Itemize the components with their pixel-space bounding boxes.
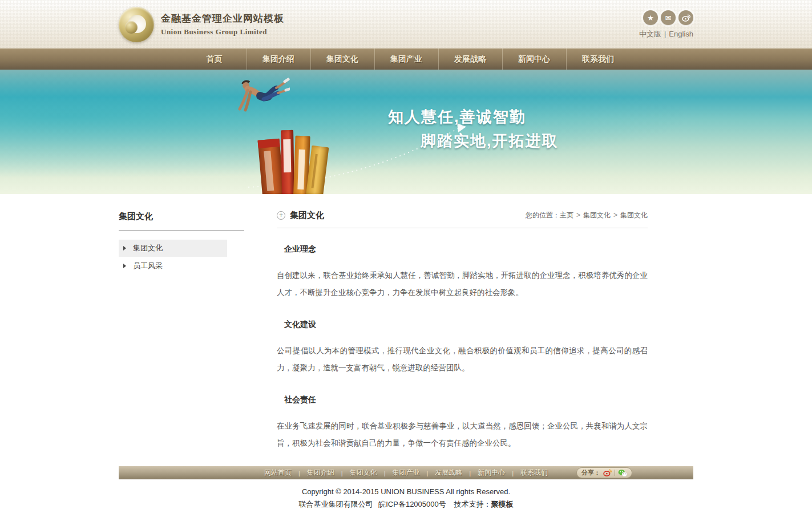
logo-ring-icon <box>119 7 154 42</box>
sidebar-title: 集团文化 <box>119 210 244 231</box>
slogan-line-1: 知人慧任,善诚智勤 <box>388 105 559 129</box>
tech-support-label: 技术支持： <box>454 500 491 508</box>
logo-text: 金融基金管理企业网站模板 Union Business Group Limite… <box>161 12 284 37</box>
footer-separator: | <box>384 470 386 476</box>
footer-separator: | <box>512 470 514 476</box>
section-body-social-responsibility: 在业务飞速发展的同时，联合基业积极参与慈善事业，以大道当然，感恩回馈；企业公民，… <box>277 418 648 452</box>
section-body-philosophy: 自创建以来，联合基业始终秉承知人慧任，善诚智勤，脚踏实地，开拓进取的企业理念，积… <box>277 267 648 301</box>
footer-link-strategy[interactable]: 发展战略 <box>435 468 462 478</box>
book-spine <box>281 130 294 194</box>
site-subtitle: Union Business Group Limited <box>161 27 284 37</box>
section-heading-philosophy: 企业理念 <box>284 244 648 255</box>
nav-item-group-culture[interactable]: 集团文化 <box>310 49 374 70</box>
sidebar-item-label: 集团文化 <box>133 243 163 253</box>
copyright-line-en: Copyright © 2014-2015 UNION BUSINESS All… <box>119 487 693 496</box>
triangle-bullet-icon <box>123 246 126 251</box>
nav-item-group-industry[interactable]: 集团产业 <box>374 49 438 70</box>
breadcrumb-home-link[interactable]: 主页 <box>560 211 573 219</box>
mail-icon[interactable]: ✉ <box>661 10 676 25</box>
footer-link-group-industry[interactable]: 集团产业 <box>393 468 420 478</box>
diver-figure <box>231 73 290 126</box>
icp-number: 皖ICP备12005000号 <box>378 500 446 508</box>
sidebar-item-label: 员工风采 <box>133 261 163 271</box>
company-name: 联合基业集团有限公司 <box>299 500 373 508</box>
favorite-glyph: ★ <box>647 14 654 22</box>
sidebar-item-staff-style[interactable]: 员工风采 <box>119 257 227 274</box>
breadcrumb-prefix: 您的位置： <box>526 211 560 219</box>
banner-slogan: 知人慧任,善诚智勤 脚踏实地,开拓进取 <box>388 105 559 153</box>
footer-link-group-intro[interactable]: 集团介绍 <box>307 468 334 478</box>
tech-support-link[interactable]: 聚模板 <box>491 500 513 508</box>
plus-icon: + <box>277 211 285 220</box>
footer-bar: 网站首页| 集团介绍| 集团文化| 集团产业| 发展战略| 新闻中心| 联系我们… <box>119 466 693 479</box>
section-heading-social-responsibility: 社会责任 <box>284 395 648 405</box>
main-column: + 集团文化 您的位置：主页>集团文化>集团文化 企业理念 自创建以来，联合基业… <box>277 210 648 466</box>
section-heading-culture-building: 文化建设 <box>284 320 648 330</box>
weibo-icon[interactable] <box>678 10 693 25</box>
breadcrumb-current: 集团文化 <box>620 211 648 219</box>
section-body-culture-building: 公司提倡以人为本的管理模式，推行现代企业文化，融合积极的价值观和员工的信仰追求，… <box>277 342 648 377</box>
content-area: 集团文化 集团文化 员工风采 + 集团文化 您的位置：主页>集团文化>集团文化 … <box>119 194 693 466</box>
breadcrumb-separator: > <box>576 211 580 219</box>
footer-link-home[interactable]: 网站首页 <box>264 468 292 478</box>
favorite-icon[interactable]: ★ <box>643 10 658 25</box>
footer-link-contact[interactable]: 联系我们 <box>520 468 548 478</box>
main-nav: 首页 集团介绍 集团文化 集团产业 发展战略 新闻中心 联系我们 <box>0 49 812 70</box>
nav-item-contact[interactable]: 联系我们 <box>566 49 630 70</box>
share-label: 分享： <box>581 468 600 477</box>
header-right: ★ ✉ 中文版|English <box>639 9 693 39</box>
lang-en-link[interactable]: English <box>669 30 693 38</box>
nav-item-news[interactable]: 新闻中心 <box>502 49 566 70</box>
copyright: Copyright © 2014-2015 UNION BUSINESS All… <box>119 479 693 510</box>
site-header: 金融基金管理企业网站模板 Union Business Group Limite… <box>0 0 812 49</box>
footer-link-news[interactable]: 新闻中心 <box>478 468 505 478</box>
breadcrumb-separator: > <box>613 211 617 219</box>
lang-separator: | <box>664 30 666 38</box>
mail-glyph: ✉ <box>665 14 672 22</box>
book-spine <box>258 139 284 194</box>
language-switch: 中文版|English <box>639 29 693 39</box>
breadcrumb-culture-link[interactable]: 集团文化 <box>583 211 611 219</box>
weibo-glyph <box>682 14 690 22</box>
share-widget: 分享： <box>576 467 632 478</box>
footer-separator: | <box>341 470 343 476</box>
nav-item-group-intro[interactable]: 集团介绍 <box>247 49 310 70</box>
site-title: 金融基金管理企业网站模板 <box>161 12 284 25</box>
share-divider <box>615 470 615 476</box>
sidebar-item-group-culture[interactable]: 集团文化 <box>119 240 227 257</box>
quick-icons: ★ ✉ <box>643 10 693 25</box>
triangle-bullet-icon <box>123 264 126 268</box>
hero-banner: 知人慧任,善诚智勤 脚踏实地,开拓进取 <box>0 70 812 194</box>
weibo-share-icon[interactable] <box>603 469 612 476</box>
footer-links: 网站首页| 集团介绍| 集团文化| 集团产业| 发展战略| 新闻中心| 联系我们 <box>264 468 548 478</box>
nav-item-strategy[interactable]: 发展战略 <box>438 49 502 70</box>
footer-separator: | <box>469 470 471 476</box>
sidebar: 集团文化 集团文化 员工风采 <box>119 210 244 466</box>
nav-item-home[interactable]: 首页 <box>183 49 247 70</box>
footer-separator: | <box>427 470 429 476</box>
lang-cn-link[interactable]: 中文版 <box>639 30 661 38</box>
wechat-share-icon[interactable] <box>618 469 627 477</box>
sidebar-menu: 集团文化 员工风采 <box>119 240 244 274</box>
slogan-line-2: 脚踏实地,开拓进取 <box>421 129 559 153</box>
breadcrumb: 您的位置：主页>集团文化>集团文化 <box>526 211 648 220</box>
logo[interactable]: 金融基金管理企业网站模板 Union Business Group Limite… <box>119 7 284 42</box>
page-title: 集团文化 <box>290 210 324 221</box>
content-header: + 集团文化 您的位置：主页>集团文化>集团文化 <box>277 210 648 228</box>
footer-link-group-culture[interactable]: 集团文化 <box>350 468 377 478</box>
copyright-line-cn: 联合基业集团有限公司 皖ICP备12005000号 技术支持：聚模板 <box>119 499 693 510</box>
footer-separator: | <box>298 470 300 476</box>
book-tower-graphic <box>262 130 323 194</box>
